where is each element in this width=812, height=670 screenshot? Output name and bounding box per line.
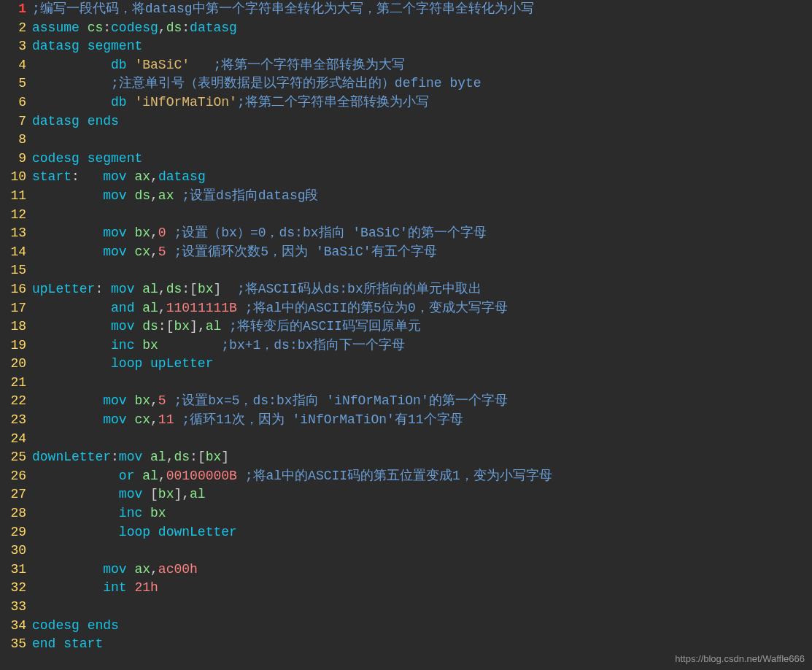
token-nm: 0	[158, 226, 166, 240]
code-line[interactable]: 16upLetter: mov al,ds:[bx] ;将ASCII码从ds:b…	[0, 280, 812, 299]
code-line[interactable]: 32 int 21h	[0, 579, 812, 598]
token-pn: :[	[190, 450, 206, 464]
token-cm: ;设置ds指向datasg段	[182, 188, 318, 203]
token-lb: downLetter	[158, 525, 237, 539]
code-editor[interactable]: 1;编写一段代码，将datasg中第一个字符串全转化为大写，第二个字符串全转化为…	[0, 0, 812, 654]
code-line[interactable]: 14 mov cx,5 ;设置循环次数5，因为 'BaSiC'有五个字母	[0, 243, 812, 262]
code-line[interactable]: 33	[0, 598, 812, 617]
code-line[interactable]: 18 mov ds:[bx],al ;将转变后的ASCII码写回原单元	[0, 317, 812, 336]
code-line[interactable]: 17 and al,11011111B ;将al中的ASCII的第5位为0，变成…	[0, 299, 812, 318]
line-number: 31	[0, 561, 32, 579]
code-line[interactable]: 4 db 'BaSiC' ;将第一个字符串全部转换为大写	[0, 56, 812, 75]
code-line[interactable]: 7datasg ends	[0, 112, 812, 131]
code-content[interactable]: inc bx	[32, 504, 812, 523]
line-number: 15	[0, 261, 32, 280]
code-content[interactable]	[32, 206, 812, 225]
code-line[interactable]: 5 ;注意单引号（表明数据是以字符的形式给出的）define byte	[0, 74, 812, 93]
code-line[interactable]: 29 loop downLetter	[0, 523, 812, 542]
watermark-text: https://blog.csdn.net/Waffle666	[675, 652, 805, 666]
code-line[interactable]: 6 db 'iNfOrMaTiOn';将第二个字符串全部转换为小写	[0, 93, 812, 112]
code-line[interactable]: 27 mov [bx],al	[0, 485, 812, 504]
code-line[interactable]: 13 mov bx,0 ;设置（bx）=0，ds:bx指向 'BaSiC'的第一…	[0, 224, 812, 243]
code-content[interactable]: mov [bx],al	[32, 485, 812, 504]
token-pn	[174, 412, 182, 427]
token-rg: ds	[142, 319, 158, 334]
code-line[interactable]: 25downLetter:mov al,ds:[bx]	[0, 448, 812, 467]
code-content[interactable]: codesg ends	[32, 617, 812, 636]
token-lb: start	[63, 636, 103, 651]
line-number: 5	[0, 74, 32, 93]
code-line[interactable]: 2assume cs:codesg,ds:datasg	[0, 19, 812, 38]
code-line[interactable]: 12	[0, 206, 812, 225]
code-content[interactable]: or al,00100000B ;将al中的ASCII码的第五位置变成1，变为小…	[32, 467, 812, 486]
code-content[interactable]: assume cs:codesg,ds:datasg	[32, 19, 812, 38]
token-pn	[80, 618, 88, 633]
code-content[interactable]	[32, 430, 812, 449]
code-content[interactable]: and al,11011111B ;将al中的ASCII的第5位为0，变成大写字…	[32, 299, 812, 318]
code-line[interactable]: 1;编写一段代码，将datasg中第一个字符串全转化为大写，第二个字符串全转化为…	[0, 0, 812, 19]
code-line[interactable]: 26 or al,00100000B ;将al中的ASCII码的第五位置变成1，…	[0, 467, 812, 486]
code-content[interactable]: end start	[32, 635, 812, 654]
code-content[interactable]: mov ax,ac00h	[32, 561, 812, 579]
code-content[interactable]: inc bx ;bx+1，ds:bx指向下一个字母	[32, 336, 812, 355]
line-number: 26	[0, 467, 32, 486]
code-content[interactable]: mov bx,5 ;设置bx=5，ds:bx指向 'iNfOrMaTiOn'的第…	[32, 392, 812, 411]
code-line[interactable]: 19 inc bx ;bx+1，ds:bx指向下一个字母	[0, 336, 812, 355]
code-content[interactable]	[32, 598, 812, 617]
token-kw: mov	[119, 487, 142, 501]
code-content[interactable]: codesg segment	[32, 150, 812, 169]
code-line[interactable]: 3datasg segment	[0, 37, 812, 56]
code-line[interactable]: 23 mov cx,11 ;循环11次，因为 'iNfOrMaTiOn'有11个…	[0, 411, 812, 430]
code-content[interactable]	[32, 261, 812, 280]
code-line[interactable]: 35end start	[0, 635, 812, 654]
code-content[interactable]: datasg segment	[32, 37, 812, 56]
code-line[interactable]: 11 mov ds,ax ;设置ds指向datasg段	[0, 187, 812, 206]
code-content[interactable]	[32, 131, 812, 150]
code-line[interactable]: 28 inc bx	[0, 504, 812, 523]
code-content[interactable]: db 'iNfOrMaTiOn';将第二个字符串全部转换为小写	[32, 93, 812, 112]
code-content[interactable]: mov bx,0 ;设置（bx）=0，ds:bx指向 'BaSiC'的第一个字母	[32, 224, 812, 243]
token-pn	[32, 431, 40, 446]
token-pn	[32, 263, 40, 277]
code-content[interactable]: mov cx,5 ;设置循环次数5，因为 'BaSiC'有五个字母	[32, 243, 812, 262]
line-number: 23	[0, 411, 32, 430]
code-content[interactable]: db 'BaSiC' ;将第一个字符串全部转换为大写	[32, 56, 812, 75]
code-content[interactable]: upLetter: mov al,ds:[bx] ;将ASCII码从ds:bx所…	[32, 280, 812, 299]
code-line[interactable]: 20 loop upLetter	[0, 355, 812, 374]
code-line[interactable]: 24	[0, 430, 812, 449]
code-line[interactable]: 34codesg ends	[0, 617, 812, 636]
code-content[interactable]: mov ds:[bx],al ;将转变后的ASCII码写回原单元	[32, 317, 812, 336]
token-kw: ends	[88, 114, 119, 128]
code-content[interactable]: start: mov ax,datasg	[32, 168, 812, 187]
code-content[interactable]: ;注意单引号（表明数据是以字符的形式给出的）define byte	[32, 74, 812, 93]
code-content[interactable]	[32, 374, 812, 393]
token-pn	[166, 244, 174, 259]
line-number: 10	[0, 168, 32, 187]
token-lb: codesg	[32, 618, 80, 633]
token-kw: or	[119, 469, 135, 483]
token-pn	[32, 393, 103, 408]
token-pn	[127, 226, 135, 240]
token-rg: bx	[142, 338, 158, 353]
token-rg: cx	[134, 412, 150, 427]
code-line[interactable]: 31 mov ax,ac00h	[0, 561, 812, 579]
code-content[interactable]: loop upLetter	[32, 355, 812, 374]
code-line[interactable]: 30	[0, 542, 812, 561]
code-content[interactable]: int 21h	[32, 579, 812, 598]
code-line[interactable]: 22 mov bx,5 ;设置bx=5，ds:bx指向 'iNfOrMaTiOn…	[0, 392, 812, 411]
code-content[interactable]: datasg ends	[32, 112, 812, 131]
token-kw: mov	[103, 226, 126, 240]
code-content[interactable]: ;编写一段代码，将datasg中第一个字符串全转化为大写，第二个字符串全转化为小…	[32, 0, 812, 19]
code-line[interactable]: 8	[0, 131, 812, 150]
code-line[interactable]: 10start: mov ax,datasg	[0, 168, 812, 187]
code-line[interactable]: 9codesg segment	[0, 150, 812, 169]
code-content[interactable]: loop downLetter	[32, 523, 812, 542]
code-content[interactable]: mov cx,11 ;循环11次，因为 'iNfOrMaTiOn'有11个字母	[32, 411, 812, 430]
code-line[interactable]: 15	[0, 261, 812, 280]
code-content[interactable]	[32, 542, 812, 561]
code-content[interactable]: mov ds,ax ;设置ds指向datasg段	[32, 187, 812, 206]
line-number: 29	[0, 523, 32, 542]
code-line[interactable]: 21	[0, 374, 812, 393]
token-pn	[32, 207, 40, 222]
code-content[interactable]: downLetter:mov al,ds:[bx]	[32, 448, 812, 467]
